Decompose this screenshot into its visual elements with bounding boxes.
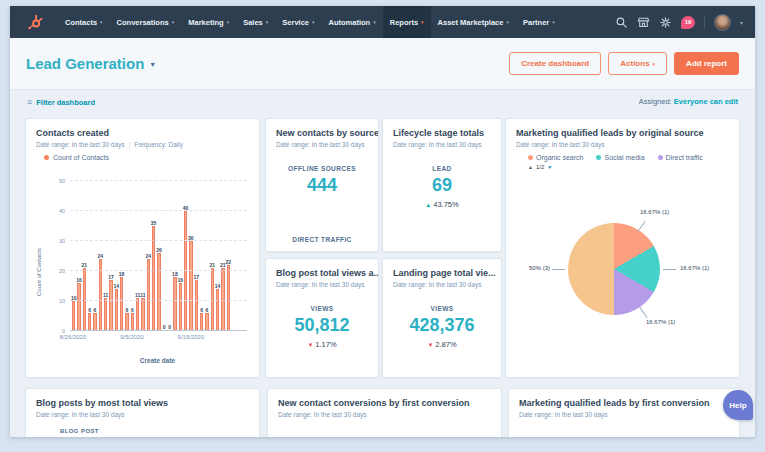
- bar[interactable]: 40: [184, 181, 187, 331]
- legend-page-down-icon[interactable]: ▼: [547, 164, 552, 170]
- bar[interactable]: 18: [173, 181, 176, 331]
- help-button[interactable]: Help: [723, 390, 753, 420]
- y-axis-tick: 50: [59, 178, 65, 184]
- bar[interactable]: 6: [125, 181, 128, 331]
- add-report-button[interactable]: Add report: [674, 52, 739, 75]
- metric-delta: ▼1.17%: [270, 340, 374, 349]
- nav-caret-icon: ▾: [373, 19, 376, 25]
- card-meta: Date range: In the last 30 days: [393, 141, 491, 148]
- bar[interactable]: 35: [152, 181, 155, 331]
- pie-slice-label: 50% (3): [506, 265, 550, 271]
- bar[interactable]: 26: [157, 181, 160, 331]
- user-menu-caret-icon[interactable]: ▾: [740, 19, 743, 26]
- bar-rect: 16: [77, 283, 80, 331]
- nav-item-reports[interactable]: Reports▾: [383, 6, 431, 38]
- bar[interactable]: 14: [216, 181, 219, 331]
- bar-value-label: 11: [103, 292, 108, 298]
- metric-value: 50,812: [270, 315, 374, 336]
- card-meta: Date range: In the last 30 days: [36, 411, 249, 418]
- nav-item-asset-marketplace[interactable]: Asset Marketplace▾: [431, 6, 516, 38]
- bar[interactable]: 17: [109, 181, 112, 331]
- nav-item-contacts[interactable]: Contacts▾: [58, 6, 110, 38]
- y-axis-tick: 20: [59, 268, 65, 274]
- bar[interactable]: 6: [200, 181, 203, 331]
- bar-rect: 6: [200, 313, 203, 331]
- filter-dashboard-label: Filter dashboard: [36, 98, 95, 107]
- bar[interactable]: 24: [147, 181, 150, 331]
- notifications-icon[interactable]: 19: [681, 16, 695, 29]
- bar[interactable]: 10: [72, 181, 75, 331]
- bar[interactable]: 11: [141, 181, 144, 331]
- marketplace-icon[interactable]: [637, 16, 650, 29]
- legend-label: Social media: [604, 154, 644, 161]
- bar[interactable]: 21: [211, 181, 214, 331]
- nav-item-service[interactable]: Service▾: [275, 6, 321, 38]
- assigned-value-link[interactable]: Everyone can edit: [674, 97, 738, 106]
- bar[interactable]: 16: [179, 181, 182, 331]
- pie-leader-line: [552, 269, 565, 270]
- bar-value-label: 22: [225, 259, 231, 265]
- bar-value-label: 14: [215, 283, 221, 289]
- legend-item-direct-traffic[interactable]: Direct traffic: [658, 154, 703, 161]
- legend-label: Count of Contacts: [53, 154, 109, 161]
- bar[interactable]: 17: [195, 181, 198, 331]
- actions-button[interactable]: Actions▾: [608, 52, 667, 75]
- bar[interactable]: 0: [163, 181, 166, 331]
- nav-item-marketing[interactable]: Marketing▾: [181, 6, 236, 38]
- bar[interactable]: 21: [221, 181, 224, 331]
- bar[interactable]: 0: [168, 181, 171, 331]
- app-window: Contacts▾Conversations▾Marketing▾Sales▾S…: [10, 6, 755, 437]
- create-dashboard-button[interactable]: Create dashboard: [509, 52, 601, 75]
- filter-list-icon: ≡: [27, 97, 32, 107]
- legend-dot: [528, 155, 533, 160]
- card-title: Contacts created: [36, 128, 249, 138]
- bar-value-label: 21: [209, 262, 215, 268]
- bar-value-label: 24: [145, 253, 151, 259]
- bar-value-label: 17: [108, 274, 114, 280]
- card-title: New contacts by source: [276, 128, 368, 138]
- nav-item-conversations[interactable]: Conversations▾: [110, 6, 182, 38]
- pie-slice-label: 16.67% (1): [640, 209, 669, 215]
- dashboard-title-dropdown[interactable]: Lead Generation ▼: [26, 55, 156, 72]
- bar[interactable]: 14: [115, 181, 118, 331]
- user-avatar[interactable]: [714, 14, 731, 31]
- bar[interactable]: 11: [104, 181, 107, 331]
- bar[interactable]: 6: [88, 181, 91, 331]
- x-axis-tick: 9/5/2020: [120, 334, 143, 340]
- bar[interactable]: 11: [136, 181, 139, 331]
- bar[interactable]: 6: [131, 181, 134, 331]
- bar-chart-legend[interactable]: Count of Contacts: [44, 154, 249, 161]
- pie-chart[interactable]: [568, 223, 660, 315]
- filter-dashboard-link[interactable]: ≡ Filter dashboard: [27, 97, 95, 107]
- bar[interactable]: 6: [93, 181, 96, 331]
- legend-page-up-icon[interactable]: ▲: [528, 164, 533, 170]
- pie-chart-area: 16.67% (1) 16.67% (1) 16.67% (1) 50% (3): [506, 171, 739, 377]
- search-icon[interactable]: [615, 16, 628, 29]
- hubspot-logo-icon[interactable]: [26, 13, 44, 31]
- settings-gear-icon[interactable]: [659, 16, 672, 29]
- bar[interactable]: 6: [205, 181, 208, 331]
- legend-dot: [596, 155, 601, 160]
- legend-item-social-media[interactable]: Social media: [596, 154, 644, 161]
- legend-item-organic-search[interactable]: Organic search: [528, 154, 583, 161]
- nav-item-partner[interactable]: Partner▾: [516, 6, 562, 38]
- bar[interactable]: 16: [77, 181, 80, 331]
- bar-value-label: 17: [193, 274, 199, 280]
- card-mql-by-original-source: Marketing qualified leads by original so…: [505, 118, 740, 378]
- bar-chart-ylabel: Count of Contacts: [36, 237, 42, 307]
- bar[interactable]: 24: [99, 181, 102, 331]
- bar[interactable]: 18: [120, 181, 123, 331]
- nav-item-label: Sales: [243, 18, 263, 27]
- nav-item-sales[interactable]: Sales▾: [236, 6, 275, 38]
- card-meta: Date range: In the last 30 days|Frequenc…: [36, 141, 249, 148]
- nav-item-automation[interactable]: Automation▾: [322, 6, 383, 38]
- bar[interactable]: 22: [227, 181, 230, 331]
- bar[interactable]: 30: [189, 181, 192, 331]
- nav-caret-icon: ▾: [266, 19, 269, 25]
- bar-value-label: 6: [131, 307, 134, 313]
- bar[interactable]: 21: [83, 181, 86, 331]
- bar-rect: 6: [205, 313, 208, 331]
- pie-leader-line: [663, 269, 676, 270]
- pie-chart-legend: Organic searchSocial mediaDirect traffic: [528, 154, 729, 161]
- bar-rect: 6: [131, 313, 134, 331]
